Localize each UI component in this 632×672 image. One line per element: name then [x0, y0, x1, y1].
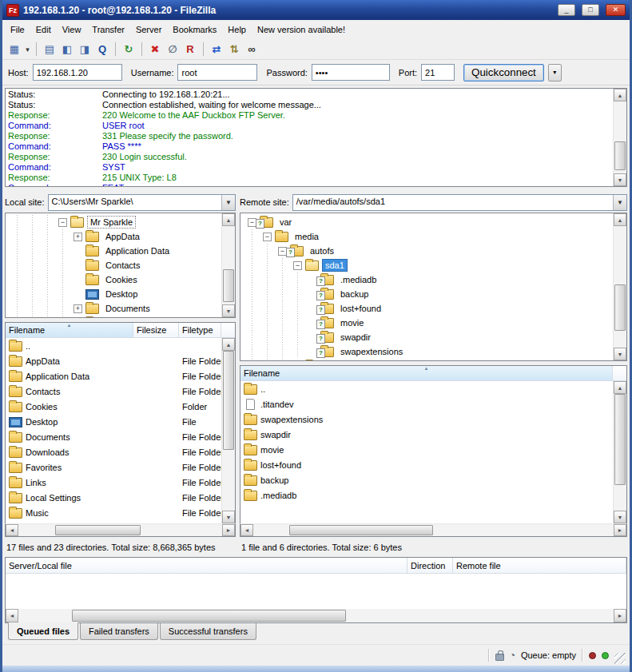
scroll-track[interactable] [222, 351, 235, 511]
host-input[interactable] [33, 64, 122, 81]
toggle-queue-icon[interactable]: Q [93, 41, 111, 58]
scroll-down-icon[interactable]: ▼ [222, 511, 235, 523]
scroll-thumb[interactable] [614, 394, 626, 485]
scroll-up-icon[interactable]: ▲ [222, 213, 235, 226]
file-row-local-settings[interactable]: Local SettingsFile Folder [6, 490, 221, 505]
tree-item-var[interactable]: var [244, 215, 613, 229]
chevron-down-icon[interactable]: ▼ [613, 195, 626, 210]
scroll-thumb[interactable] [223, 269, 234, 302]
file-row-contacts[interactable]: ContactsFile Folder [6, 384, 221, 399]
expander-minus-icon[interactable] [290, 258, 305, 272]
file-row-links[interactable]: LinksFile Folder [6, 475, 221, 490]
scroll-track[interactable] [253, 524, 614, 536]
scroll-up-icon[interactable]: ▲ [222, 338, 235, 351]
tree-item-downloads[interactable]: Downloads [10, 316, 221, 317]
port-input[interactable] [421, 64, 455, 81]
scroll-left-icon[interactable]: ◄ [6, 524, 18, 536]
scroll-thumb[interactable] [223, 351, 234, 450]
tab-queued-files[interactable]: Queued files [8, 622, 78, 640]
scroll-thumb[interactable] [614, 284, 626, 331]
reconnect-icon[interactable]: R [181, 41, 199, 58]
minimize-button[interactable]: _ [558, 4, 575, 16]
file-row-favorites[interactable]: FavoritesFile Folder [6, 459, 221, 475]
toggle-message-log-icon[interactable]: ▤ [41, 41, 58, 58]
tree-item-lost-found[interactable]: lost+found [244, 301, 613, 316]
maximize-button[interactable]: □ [582, 4, 599, 16]
refresh-icon[interactable]: ↻ [120, 41, 137, 58]
speed-limit-icon[interactable]: ◔ [510, 650, 515, 660]
file-row-swapextensions[interactable]: swapextensions [240, 412, 613, 427]
tree-item-swapdir[interactable]: swapdir [244, 330, 613, 344]
tab-successful-transfers[interactable]: Successful transfers [160, 623, 256, 640]
expander-minus-icon[interactable] [260, 229, 275, 244]
disconnect-icon[interactable]: ∅ [164, 41, 181, 58]
file-row-lost-found[interactable]: lost+found [240, 457, 613, 472]
remote-tree-vscrollbar[interactable]: ▲ ▼ [613, 213, 626, 360]
password-input[interactable] [312, 64, 390, 81]
scroll-down-icon[interactable]: ▼ [614, 348, 626, 360]
tree-item-autofs[interactable]: autofs [244, 244, 613, 258]
local-site-combo[interactable]: C:\Users\Mr Sparkle\ ▼ [48, 194, 236, 211]
quickconnect-dropdown[interactable]: ▾ [548, 64, 562, 82]
local-list-vscrollbar[interactable]: ▲ ▼ [221, 338, 235, 523]
scroll-track[interactable] [614, 226, 626, 348]
column-header-filename[interactable]: Filename▲ [6, 323, 133, 338]
tree-item-cookies[interactable]: Cookies [10, 272, 221, 287]
file-row-music[interactable]: MusicFile Folder [6, 505, 221, 520]
scroll-track[interactable] [614, 101, 626, 173]
encryption-lock-icon[interactable] [495, 654, 504, 661]
column-header-direction[interactable]: Direction [407, 558, 453, 574]
scroll-track[interactable] [18, 524, 222, 536]
tab-failed-transfers[interactable]: Failed transfers [80, 623, 158, 640]
chevron-down-icon[interactable]: ▼ [221, 195, 235, 210]
file-row-documents[interactable]: DocumentsFile Folder [6, 429, 221, 444]
tree-item-swapextensions[interactable]: swapextensions [244, 344, 613, 359]
file-row-appdata[interactable]: AppDataFile Folder [6, 353, 221, 368]
file-row-desktop[interactable]: DesktopFile [6, 414, 221, 429]
menu-item-transfer[interactable]: Transfer [86, 22, 130, 38]
file-row-titandev[interactable]: .titandev [240, 396, 613, 412]
remote-site-combo[interactable]: /var/media/autofs/sda1 ▼ [292, 194, 627, 211]
scroll-right-icon[interactable]: ► [614, 524, 626, 536]
scroll-thumb[interactable] [55, 525, 141, 535]
toggle-local-tree-icon[interactable]: ◧ [58, 41, 76, 58]
scroll-down-icon[interactable]: ▼ [614, 511, 626, 523]
file-row-downloads[interactable]: DownloadsFile Folder [6, 444, 221, 459]
file-row-item[interactable]: .. [240, 381, 613, 396]
menu-item-edit[interactable]: Edit [30, 22, 57, 38]
menu-item-help[interactable]: Help [222, 22, 252, 38]
scroll-up-icon[interactable]: ▲ [614, 381, 626, 394]
toggle-remote-tree-icon[interactable]: ◨ [76, 41, 93, 58]
scroll-down-icon[interactable]: ▼ [222, 304, 235, 317]
local-hscrollbar[interactable]: ◄ ► [5, 523, 236, 537]
menu-item-new-version-available[interactable]: New version available! [252, 22, 351, 38]
tree-item-application-data[interactable]: Application Data [10, 244, 221, 258]
scroll-down-icon[interactable]: ▼ [614, 173, 626, 186]
tree-item-dvd[interactable]: dvd [244, 359, 613, 360]
close-button[interactable]: ✕ [606, 4, 626, 16]
expander-plus-icon[interactable] [70, 316, 85, 317]
column-header-filetype[interactable]: Filetype [179, 323, 221, 338]
column-header-filesize[interactable]: Filesize [133, 323, 179, 338]
scroll-right-icon[interactable]: ► [614, 609, 626, 622]
site-manager-dropdown[interactable]: ▾ [23, 41, 32, 58]
tree-item-appdata[interactable]: AppData [10, 229, 221, 244]
scroll-thumb[interactable] [72, 610, 346, 622]
quickconnect-button[interactable]: Quickconnect [463, 64, 544, 82]
expander-minus-icon[interactable] [55, 215, 70, 229]
scroll-thumb[interactable] [289, 525, 433, 535]
file-row-cookies[interactable]: CookiesFolder [6, 399, 221, 414]
expander-plus-icon[interactable] [70, 301, 85, 316]
scroll-left-icon[interactable]: ◄ [240, 524, 253, 536]
tree-item-media[interactable]: media [244, 229, 613, 244]
menu-item-view[interactable]: View [57, 22, 87, 38]
synchronized-browsing-icon[interactable]: ⇅ [225, 41, 243, 58]
file-row-item[interactable]: .. [6, 338, 221, 353]
scroll-track[interactable] [18, 609, 614, 622]
scroll-track[interactable] [614, 394, 626, 511]
menu-item-file[interactable]: File [5, 22, 30, 38]
queue-hscrollbar[interactable]: ◄ ► [6, 609, 626, 622]
remote-list-vscrollbar[interactable]: ▲ ▼ [613, 381, 626, 523]
scroll-left-icon[interactable]: ◄ [6, 609, 18, 622]
log-vscrollbar[interactable]: ▲ ▼ [613, 89, 626, 186]
